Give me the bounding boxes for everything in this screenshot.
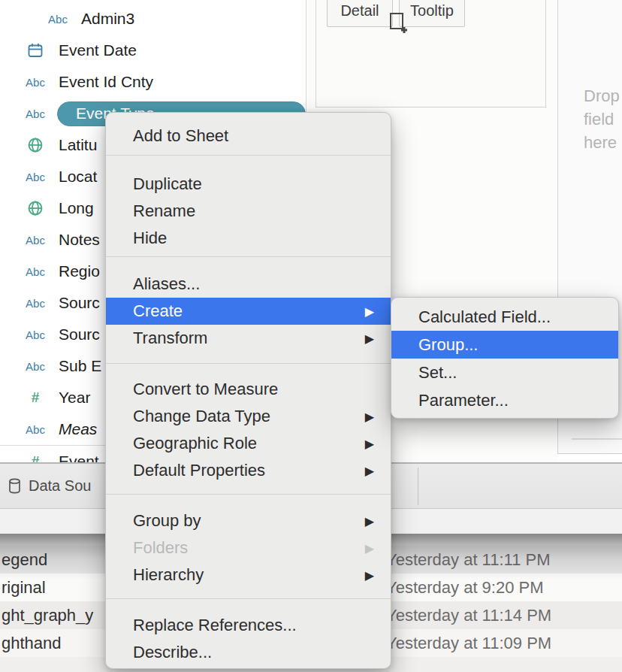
menu-item-default-properties[interactable]: Default Properties ▶ [106, 457, 391, 484]
menu-item-aliases[interactable]: Aliases... [106, 271, 391, 298]
menu-item-transform[interactable]: Transform ▶ [106, 325, 391, 352]
menu-separator [106, 256, 391, 257]
field-label: Meas [59, 420, 97, 438]
number-type-icon: # [23, 389, 48, 406]
field-label: Latitu [59, 136, 97, 154]
context-menu: Add to Sheet Duplicate Rename Hide Alias… [105, 112, 391, 669]
field-item-event-id-cnty[interactable]: Abc Event Id Cnty [0, 66, 306, 98]
field-label: Notes [59, 231, 100, 249]
file-modified: Yesterday at 9:20 PM [386, 578, 544, 598]
menu-item-describe[interactable]: Describe... [106, 639, 391, 666]
submenu-item-parameter[interactable]: Parameter... [391, 386, 618, 414]
submenu-arrow-icon: ▶ [365, 437, 374, 451]
menu-separator [106, 363, 391, 364]
field-label: Locat [59, 168, 97, 186]
submenu-arrow-icon: ▶ [365, 304, 374, 319]
submenu-item-group[interactable]: Group... [391, 331, 618, 359]
submenu-arrow-icon: ▶ [365, 331, 374, 346]
menu-item-duplicate[interactable]: Duplicate [106, 171, 391, 198]
tableau-window: Abc Admin3 Event Date Abc Event Id Cnty … [0, 0, 622, 672]
field-label: Sub E [59, 357, 101, 375]
tab-data-source-label: Data Sou [29, 477, 91, 495]
menu-item-replace-references[interactable]: Replace References... [106, 612, 391, 639]
menu-item-group-by[interactable]: Group by ▶ [106, 507, 391, 534]
field-item-admin3[interactable]: Abc Admin3 [0, 3, 306, 35]
string-type-icon: Abc [23, 265, 48, 278]
file-modified: Yesterday at 11:11 PM [386, 550, 551, 570]
marks-card: Detail Tooltip [316, 0, 546, 107]
menu-item-hierarchy[interactable]: Hierarchy ▶ [106, 562, 391, 589]
number-type-icon: # [23, 453, 48, 462]
submenu-item-set[interactable]: Set... [391, 359, 618, 386]
field-label: Sourc [59, 294, 100, 312]
new-sheet-icon [388, 11, 409, 35]
file-name: riginal [0, 578, 46, 598]
globe-icon [23, 200, 48, 216]
menu-item-change-data-type[interactable]: Change Data Type ▶ [106, 403, 391, 430]
submenu-arrow-icon: ▶ [365, 514, 374, 528]
field-label: Admin3 [81, 10, 134, 28]
string-type-icon: Abc [23, 360, 48, 373]
menu-item-add-to-sheet[interactable]: Add to Sheet [106, 123, 391, 150]
file-name: ghthand [0, 634, 62, 653]
marks-detail-label: Detail [340, 2, 379, 20]
submenu-arrow-icon: ▶ [365, 410, 374, 424]
string-type-icon: Abc [23, 297, 48, 310]
drop-field-here-hint: Drop field here [584, 84, 620, 154]
submenu-arrow-icon: ▶ [365, 541, 374, 555]
field-label: Regio [59, 262, 100, 280]
database-icon [8, 478, 21, 494]
string-type-icon: Abc [23, 234, 48, 247]
string-type-icon: Abc [23, 423, 48, 436]
globe-icon [23, 137, 48, 153]
submenu-item-calculated-field[interactable]: Calculated Field... [391, 303, 618, 331]
new-worksheet-button[interactable] [388, 11, 409, 35]
string-type-icon: Abc [23, 328, 48, 341]
string-type-icon: Abc [23, 171, 48, 183]
marks-detail-button[interactable]: Detail [327, 0, 393, 27]
field-label: Event [59, 453, 99, 462]
menu-item-hide[interactable]: Hide [106, 225, 391, 252]
menu-item-folders: Folders ▶ [106, 534, 391, 562]
submenu-arrow-icon: ▶ [365, 568, 374, 583]
menu-separator [106, 598, 391, 599]
field-item-event-date[interactable]: Event Date [0, 35, 306, 66]
menu-item-create[interactable]: Create ▶ [106, 298, 391, 325]
field-label: Event Id Cnty [59, 73, 153, 91]
string-type-icon: Abc [45, 13, 71, 26]
marks-tooltip-label: Tooltip [410, 2, 454, 20]
drop-zone-divider [572, 438, 622, 440]
tab-data-source[interactable]: Data Sou [0, 464, 91, 508]
menu-item-geographic-role[interactable]: Geographic Role ▶ [106, 430, 391, 457]
date-type-icon [23, 42, 48, 59]
menu-item-rename[interactable]: Rename [106, 198, 391, 225]
field-label: Event Date [59, 41, 137, 59]
file-name: ght_graph_y [0, 606, 93, 625]
field-label: Long [59, 199, 94, 217]
file-name: egend [0, 550, 47, 570]
string-type-icon: Abc [23, 107, 48, 120]
file-modified: Yesterday at 11:14 PM [386, 606, 551, 625]
menu-separator [106, 155, 391, 156]
menu-item-convert-to-measure[interactable]: Convert to Measure [106, 376, 391, 403]
create-submenu: Calculated Field... Group... Set... Para… [391, 297, 619, 419]
submenu-arrow-icon: ▶ [365, 464, 374, 478]
file-modified: Yesterday at 11:09 PM [386, 634, 551, 653]
field-label: Sourc [59, 325, 100, 344]
tab-bar-divider [418, 468, 418, 505]
string-type-icon: Abc [23, 76, 48, 89]
menu-separator [106, 494, 391, 495]
field-label: Year [59, 389, 90, 407]
